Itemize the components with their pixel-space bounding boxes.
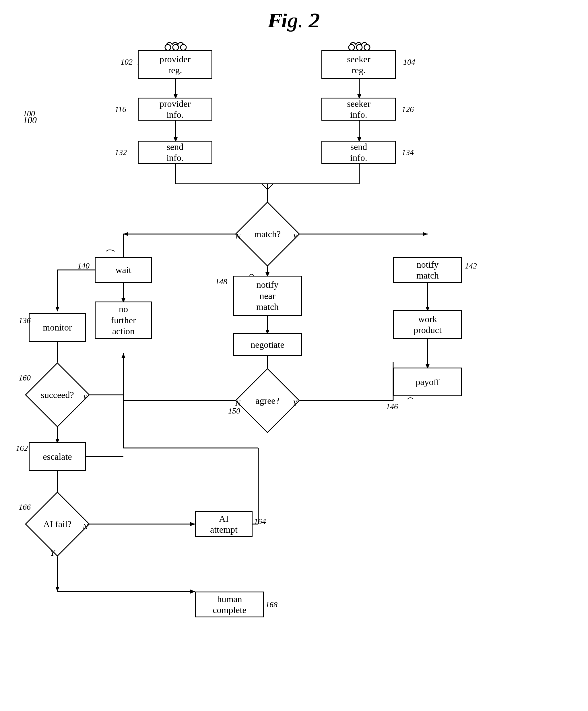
svg-point-1 xyxy=(173,44,179,50)
payoff-box: payoff xyxy=(393,368,462,396)
send-info-right-box: send info. xyxy=(321,141,396,164)
notify-match-box: notify match xyxy=(393,257,462,283)
label-142: 142 xyxy=(465,261,477,271)
svg-marker-45 xyxy=(55,307,60,311)
send-info-left-box: send info. xyxy=(138,141,212,164)
svg-marker-64 xyxy=(190,589,195,594)
ai-fail-n-label: N xyxy=(83,522,88,531)
svg-marker-55 xyxy=(190,522,195,526)
figure-title: Fig. 2 xyxy=(269,8,319,33)
escalate-box: escalate xyxy=(29,442,86,471)
label-102: 102 xyxy=(120,58,133,67)
label-140: 140 xyxy=(77,261,90,271)
label-168: 168 xyxy=(266,600,277,609)
human-complete-box: human complete xyxy=(195,591,264,618)
wait-box: wait xyxy=(95,257,152,283)
diagram-ref-100: 100 xyxy=(23,115,37,126)
svg-marker-57 xyxy=(55,587,60,591)
svg-line-66 xyxy=(268,184,273,190)
svg-point-2 xyxy=(181,44,186,50)
ai-fail-y-label: Y xyxy=(50,548,55,558)
label-166: 166 xyxy=(19,502,31,512)
svg-marker-27 xyxy=(123,232,128,236)
label-136: 136 xyxy=(19,316,31,325)
match-diamond-text: match? xyxy=(245,211,290,257)
label-146: 146 xyxy=(386,402,398,411)
succeed-diamond-wrapper: succeed? xyxy=(35,372,81,418)
svg-point-0 xyxy=(165,44,171,50)
work-product-box: work product xyxy=(393,310,462,339)
label-162: 162 xyxy=(16,444,28,453)
label-116: 116 xyxy=(115,105,126,114)
notify-near-match-box: notify near match xyxy=(233,276,302,316)
diagram-container: Fig. 2 100 xyxy=(0,0,588,711)
succeed-y-label: Y xyxy=(83,393,87,402)
label-134: 134 xyxy=(402,148,414,157)
provider-info-box: provider info. xyxy=(138,98,212,121)
match-y-label: Y xyxy=(293,232,297,241)
svg-point-4 xyxy=(356,44,362,50)
seeker-info-box: seeker info. xyxy=(321,98,396,121)
agree-diamond-wrapper: agree? xyxy=(245,378,290,424)
match-n-label: N xyxy=(235,232,241,241)
label-160: 160 xyxy=(19,373,31,383)
label-104: 104 xyxy=(403,58,415,67)
agree-diamond-text: agree? xyxy=(245,378,290,424)
provider-reg-box: provider reg. xyxy=(138,50,212,79)
svg-point-3 xyxy=(349,44,355,50)
agree-y-label: Y xyxy=(293,398,297,408)
label-164: 164 xyxy=(254,517,266,526)
succeed-diamond-text: succeed? xyxy=(35,372,81,418)
svg-point-5 xyxy=(364,44,370,50)
agree-n-label: N xyxy=(235,398,241,408)
ai-fail-diamond-text: AI fail? xyxy=(35,501,81,547)
seeker-reg-box: seeker reg. xyxy=(321,50,396,79)
label-126: 126 xyxy=(402,105,414,114)
monitor-box: monitor xyxy=(29,313,86,342)
ai-attempt-box: AI attempt xyxy=(195,511,252,537)
label-148: 148 xyxy=(215,277,227,286)
label-132: 132 xyxy=(115,148,127,157)
svg-line-65 xyxy=(262,184,268,190)
negotiate-box: negotiate xyxy=(233,333,302,356)
match-diamond-wrapper: match? xyxy=(245,211,290,257)
ai-fail-diamond-wrapper: AI fail? xyxy=(35,501,81,547)
no-further-action-box: no further action xyxy=(95,302,152,339)
svg-marker-36 xyxy=(121,353,126,358)
svg-marker-23 xyxy=(423,232,428,236)
